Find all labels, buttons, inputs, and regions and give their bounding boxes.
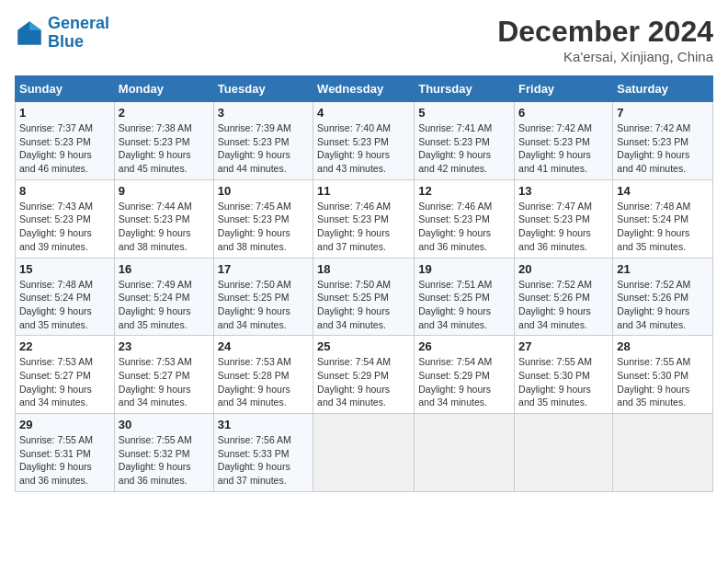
calendar-cell: 14Sunrise: 7:48 AM Sunset: 5:24 PM Dayli… bbox=[613, 179, 713, 258]
month-title: December 2024 bbox=[497, 15, 713, 49]
day-number: 23 bbox=[119, 339, 210, 353]
calendar-cell: 21Sunrise: 7:52 AM Sunset: 5:26 PM Dayli… bbox=[613, 258, 713, 336]
logo-icon bbox=[15, 18, 44, 48]
calendar-cell: 19Sunrise: 7:51 AM Sunset: 5:25 PM Dayli… bbox=[415, 258, 515, 336]
header-cell-wednesday: Wednesday bbox=[313, 76, 415, 102]
calendar-cell: 27Sunrise: 7:55 AM Sunset: 5:30 PM Dayli… bbox=[515, 336, 613, 414]
logo-line1: General bbox=[48, 14, 109, 32]
day-number: 25 bbox=[317, 339, 410, 353]
calendar-header-row: SundayMondayTuesdayWednesdayThursdayFrid… bbox=[16, 76, 713, 102]
calendar-cell bbox=[613, 414, 713, 492]
day-info: Sunrise: 7:55 AM Sunset: 5:32 PM Dayligh… bbox=[119, 433, 210, 488]
calendar-cell: 24Sunrise: 7:53 AM Sunset: 5:28 PM Dayli… bbox=[213, 336, 313, 414]
calendar-table: SundayMondayTuesdayWednesdayThursdayFrid… bbox=[15, 75, 713, 492]
page-header: General Blue December 2024 Ka'ersai, Xin… bbox=[15, 15, 713, 64]
day-number: 14 bbox=[617, 184, 709, 198]
day-info: Sunrise: 7:55 AM Sunset: 5:30 PM Dayligh… bbox=[617, 355, 709, 409]
calendar-cell: 17Sunrise: 7:50 AM Sunset: 5:25 PM Dayli… bbox=[213, 258, 313, 336]
day-info: Sunrise: 7:46 AM Sunset: 5:23 PM Dayligh… bbox=[418, 200, 510, 254]
logo: General Blue bbox=[15, 15, 109, 52]
calendar-cell: 30Sunrise: 7:55 AM Sunset: 5:32 PM Dayli… bbox=[114, 414, 213, 492]
day-number: 7 bbox=[617, 106, 709, 120]
day-number: 8 bbox=[19, 184, 110, 198]
calendar-cell: 20Sunrise: 7:52 AM Sunset: 5:26 PM Dayli… bbox=[515, 258, 613, 336]
header-cell-tuesday: Tuesday bbox=[213, 76, 313, 102]
day-number: 15 bbox=[19, 262, 110, 276]
header-cell-monday: Monday bbox=[114, 76, 213, 102]
day-number: 27 bbox=[518, 339, 609, 353]
calendar-cell: 31Sunrise: 7:56 AM Sunset: 5:33 PM Dayli… bbox=[213, 414, 313, 492]
day-info: Sunrise: 7:45 AM Sunset: 5:23 PM Dayligh… bbox=[218, 200, 309, 254]
day-number: 29 bbox=[19, 418, 110, 431]
day-number: 1 bbox=[19, 106, 110, 120]
calendar-cell: 2Sunrise: 7:38 AM Sunset: 5:23 PM Daylig… bbox=[114, 102, 213, 180]
day-info: Sunrise: 7:49 AM Sunset: 5:24 PM Dayligh… bbox=[119, 278, 210, 332]
calendar-cell: 6Sunrise: 7:42 AM Sunset: 5:23 PM Daylig… bbox=[515, 102, 613, 180]
day-info: Sunrise: 7:48 AM Sunset: 5:24 PM Dayligh… bbox=[19, 278, 110, 332]
day-number: 6 bbox=[518, 106, 609, 120]
calendar-cell: 26Sunrise: 7:54 AM Sunset: 5:29 PM Dayli… bbox=[415, 336, 515, 414]
header-cell-friday: Friday bbox=[515, 76, 613, 102]
day-number: 11 bbox=[317, 184, 410, 198]
header-cell-saturday: Saturday bbox=[613, 76, 713, 102]
day-number: 2 bbox=[119, 106, 210, 120]
day-info: Sunrise: 7:53 AM Sunset: 5:28 PM Dayligh… bbox=[218, 355, 309, 409]
day-info: Sunrise: 7:55 AM Sunset: 5:30 PM Dayligh… bbox=[518, 355, 609, 409]
day-number: 24 bbox=[218, 339, 309, 353]
day-number: 30 bbox=[119, 418, 210, 431]
day-info: Sunrise: 7:52 AM Sunset: 5:26 PM Dayligh… bbox=[617, 278, 709, 332]
calendar-week-row: 29Sunrise: 7:55 AM Sunset: 5:31 PM Dayli… bbox=[16, 414, 713, 492]
day-info: Sunrise: 7:42 AM Sunset: 5:23 PM Dayligh… bbox=[617, 121, 709, 176]
calendar-body: 1Sunrise: 7:37 AM Sunset: 5:23 PM Daylig… bbox=[16, 102, 713, 492]
header-cell-thursday: Thursday bbox=[415, 76, 515, 102]
calendar-cell: 28Sunrise: 7:55 AM Sunset: 5:30 PM Dayli… bbox=[613, 336, 713, 414]
calendar-cell: 5Sunrise: 7:41 AM Sunset: 5:23 PM Daylig… bbox=[415, 102, 515, 180]
svg-marker-1 bbox=[29, 21, 41, 30]
day-number: 16 bbox=[119, 262, 210, 276]
calendar-cell bbox=[313, 414, 415, 492]
day-info: Sunrise: 7:54 AM Sunset: 5:29 PM Dayligh… bbox=[317, 355, 410, 409]
day-number: 5 bbox=[418, 106, 510, 120]
day-info: Sunrise: 7:50 AM Sunset: 5:25 PM Dayligh… bbox=[218, 278, 309, 332]
day-info: Sunrise: 7:44 AM Sunset: 5:23 PM Dayligh… bbox=[119, 200, 210, 254]
day-number: 20 bbox=[518, 262, 609, 276]
logo-line2: Blue bbox=[48, 32, 84, 51]
day-number: 31 bbox=[218, 418, 309, 431]
day-number: 17 bbox=[218, 262, 309, 276]
calendar-cell bbox=[415, 414, 515, 492]
calendar-week-row: 8Sunrise: 7:43 AM Sunset: 5:23 PM Daylig… bbox=[16, 179, 713, 258]
calendar-cell bbox=[515, 414, 613, 492]
calendar-cell: 8Sunrise: 7:43 AM Sunset: 5:23 PM Daylig… bbox=[16, 179, 115, 258]
day-number: 19 bbox=[418, 262, 510, 276]
day-number: 3 bbox=[218, 106, 309, 120]
day-number: 22 bbox=[19, 339, 110, 353]
day-info: Sunrise: 7:56 AM Sunset: 5:33 PM Dayligh… bbox=[218, 433, 309, 488]
day-info: Sunrise: 7:40 AM Sunset: 5:23 PM Dayligh… bbox=[317, 121, 410, 176]
day-info: Sunrise: 7:46 AM Sunset: 5:23 PM Dayligh… bbox=[317, 200, 410, 254]
day-number: 10 bbox=[218, 184, 309, 198]
day-number: 12 bbox=[418, 184, 510, 198]
title-block: December 2024 Ka'ersai, Xinjiang, China bbox=[497, 15, 713, 64]
calendar-cell: 22Sunrise: 7:53 AM Sunset: 5:27 PM Dayli… bbox=[16, 336, 115, 414]
day-info: Sunrise: 7:41 AM Sunset: 5:23 PM Dayligh… bbox=[418, 121, 510, 176]
header-cell-sunday: Sunday bbox=[16, 76, 115, 102]
day-info: Sunrise: 7:47 AM Sunset: 5:23 PM Dayligh… bbox=[518, 200, 609, 254]
day-number: 21 bbox=[617, 262, 709, 276]
day-info: Sunrise: 7:50 AM Sunset: 5:25 PM Dayligh… bbox=[317, 278, 410, 332]
calendar-cell: 3Sunrise: 7:39 AM Sunset: 5:23 PM Daylig… bbox=[213, 102, 313, 180]
calendar-cell: 9Sunrise: 7:44 AM Sunset: 5:23 PM Daylig… bbox=[114, 179, 213, 258]
calendar-cell: 15Sunrise: 7:48 AM Sunset: 5:24 PM Dayli… bbox=[16, 258, 115, 336]
day-number: 9 bbox=[119, 184, 210, 198]
day-number: 28 bbox=[617, 339, 709, 353]
day-info: Sunrise: 7:52 AM Sunset: 5:26 PM Dayligh… bbox=[518, 278, 609, 332]
day-info: Sunrise: 7:53 AM Sunset: 5:27 PM Dayligh… bbox=[19, 355, 110, 409]
location-subtitle: Ka'ersai, Xinjiang, China bbox=[497, 49, 713, 64]
calendar-cell: 23Sunrise: 7:53 AM Sunset: 5:27 PM Dayli… bbox=[114, 336, 213, 414]
calendar-cell: 18Sunrise: 7:50 AM Sunset: 5:25 PM Dayli… bbox=[313, 258, 415, 336]
day-number: 4 bbox=[317, 106, 410, 120]
calendar-week-row: 22Sunrise: 7:53 AM Sunset: 5:27 PM Dayli… bbox=[16, 336, 713, 414]
day-info: Sunrise: 7:38 AM Sunset: 5:23 PM Dayligh… bbox=[119, 121, 210, 176]
logo-text: General Blue bbox=[48, 15, 109, 52]
day-info: Sunrise: 7:51 AM Sunset: 5:25 PM Dayligh… bbox=[418, 278, 510, 332]
day-info: Sunrise: 7:37 AM Sunset: 5:23 PM Dayligh… bbox=[19, 121, 110, 176]
